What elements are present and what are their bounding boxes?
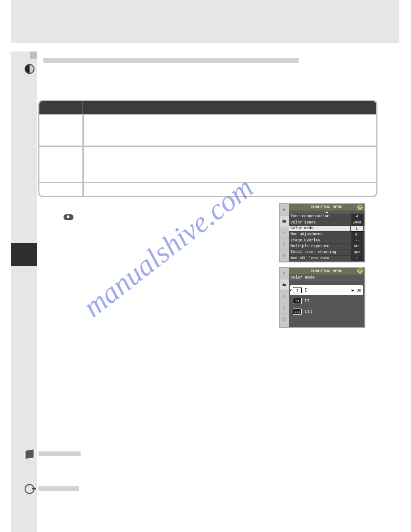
- lcd-subtitle: Color mode: [289, 275, 364, 281]
- sidebar-active-tab: [11, 243, 37, 266]
- lcd-title: SHOOTING MENU ?: [289, 204, 364, 210]
- checkmark-icon: ✔: [290, 287, 292, 292]
- option-row-selected: ✔ I I ▶ OK: [290, 285, 363, 295]
- menu-item: Image Overlay--: [289, 237, 364, 243]
- playback-tab-icon: [280, 268, 289, 279]
- lcd-content: SHOOTING MENU ? Color mode ✔ I I ▶ OK II…: [289, 268, 364, 327]
- setup-tab-icon: [280, 302, 289, 314]
- option-row: III III: [290, 307, 363, 317]
- table-header: [39, 101, 376, 114]
- svg-rect-8: [283, 318, 286, 321]
- options-table: [38, 100, 377, 197]
- menu-item: Non-CPU lens data☐: [289, 256, 364, 262]
- help-icon: ?: [357, 268, 363, 274]
- heading-rule: [43, 58, 299, 63]
- menu-item: Hue adjustment0°: [289, 232, 364, 237]
- page-sidebar: [11, 51, 37, 532]
- shooting-tab-icon: [280, 216, 289, 227]
- help-icon: ?: [357, 205, 363, 210]
- table-row: [39, 114, 376, 146]
- pencil-icon: [25, 449, 35, 460]
- shooting-menu-screenshot: SHOOTING MENU ? Tone compensationA Color…: [279, 203, 365, 262]
- menu-item: Tone compensationA: [289, 214, 364, 219]
- svg-rect-6: [283, 284, 286, 286]
- lcd-title-text: SHOOTING MENU: [311, 269, 342, 274]
- recent-tab-icon: [280, 250, 289, 262]
- setup-tab-icon: [280, 239, 289, 250]
- lcd-tab-strip: [280, 204, 289, 262]
- key-icon: [25, 484, 35, 495]
- menu-item: Intvl timer shootingOFF: [289, 249, 364, 255]
- sidebar-top-tab: [30, 51, 37, 59]
- color-mode-screenshot: SHOOTING MENU ? Color mode ✔ I I ▶ OK II…: [279, 267, 365, 328]
- contrast-icon: [25, 64, 35, 75]
- custom-white-balance-icon: [63, 213, 74, 221]
- menu-item: Color spacesRGB: [289, 219, 364, 225]
- svg-rect-7: [283, 283, 284, 284]
- recent-tab-icon: [280, 313, 289, 325]
- lcd-tab-strip: [280, 268, 289, 325]
- svg-marker-0: [283, 208, 286, 211]
- lcd-title: SHOOTING MENU ?: [289, 268, 364, 275]
- option-row: II II: [290, 296, 363, 306]
- lcd-title-text: SHOOTING MENU: [311, 205, 342, 210]
- menu-item-selected: Color modeI: [289, 226, 364, 232]
- svg-rect-1: [283, 220, 286, 223]
- lcd-content: SHOOTING MENU ? Tone compensationA Color…: [289, 204, 364, 262]
- ok-hint: ▶ OK: [351, 288, 361, 293]
- table-row: [39, 182, 376, 196]
- custom-tab-icon: [280, 227, 289, 239]
- playback-tab-icon: [280, 204, 289, 216]
- menu-item: Multiple exposureOFF: [289, 244, 364, 249]
- table-row: [39, 146, 376, 182]
- scroll-up-arrow-icon: [289, 210, 364, 214]
- tip-heading-rule: [39, 486, 79, 491]
- shooting-tab-icon: [280, 279, 289, 291]
- svg-marker-5: [283, 272, 286, 275]
- svg-rect-3: [283, 254, 286, 257]
- custom-tab-icon: [280, 291, 289, 302]
- note-heading-rule: [39, 451, 81, 456]
- page-header-band: [11, 0, 399, 43]
- svg-rect-2: [283, 219, 284, 220]
